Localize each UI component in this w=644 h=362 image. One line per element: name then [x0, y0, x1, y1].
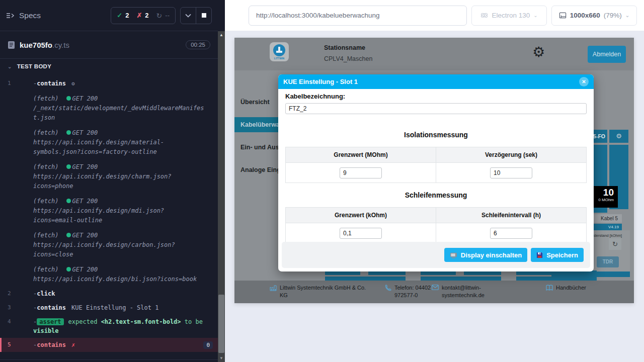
failed-x-icon: ✗ — [71, 341, 75, 348]
specs-menu-button[interactable]: Specs — [6, 11, 41, 20]
loop-interval-input[interactable] — [490, 228, 532, 239]
modal-footer: Display einschalten Speichern — [282, 242, 590, 268]
iso-col1-header: Grenzwert (MOhm) — [286, 147, 436, 163]
spec-file-row[interactable]: kue705fo.cy.ts 00:25 — [0, 31, 218, 59]
refresh-icon[interactable]: ↻ — [609, 238, 621, 250]
card-bottom-fragment — [516, 270, 597, 281]
settings-gear-icon[interactable]: ⚙ — [532, 45, 545, 59]
collapse-all-button[interactable] — [181, 8, 196, 24]
step-content: -contains✗ — [33, 340, 218, 349]
footer-email: kontakt@littwin-systemtechnik.de — [432, 284, 495, 299]
test-step[interactable]: 4-assertexpected <h2.text-sm.font-bold> … — [0, 315, 218, 338]
browser-area: Electron 130 ⌄ 1000x660 (79%) ⌄ LITTWIN — [225, 0, 644, 362]
spec-timer: 00:25 — [186, 40, 210, 49]
success-dot-icon — [66, 199, 71, 203]
logout-button[interactable]: Abmelden — [588, 46, 626, 63]
scrollbar-up-arrow-icon[interactable]: ▲ — [218, 33, 225, 37]
request-status: GET 200 — [72, 95, 98, 102]
specs-label: Specs — [19, 11, 41, 20]
success-dot-icon — [66, 130, 71, 135]
fetch-tag: (fetch) — [33, 198, 59, 205]
chevron-down-icon: ⌄ — [8, 64, 12, 69]
iso-delay-input[interactable] — [490, 167, 532, 178]
loop-limit-input[interactable] — [340, 228, 382, 239]
command-argument: KUE Einstellung - Slot 1 — [71, 304, 158, 311]
request-status: GET 200 — [72, 163, 98, 170]
footer-manuals-text: Handbücher — [556, 284, 586, 293]
step-command-line: -containsKUE Einstellung - Slot 1 — [33, 303, 205, 312]
success-dot-icon — [66, 96, 71, 101]
test-step[interactable]: 3-containsKUE Einstellung - Slot 1 — [0, 301, 218, 315]
pending-icon: ↻ — [156, 12, 163, 20]
close-icon: ✕ — [582, 79, 586, 84]
display-on-button[interactable]: Display einschalten — [444, 248, 527, 262]
test-step[interactable]: 05-contains✗ — [0, 338, 218, 352]
request-url: https://api.iconify.design/mdi.json?icon… — [33, 206, 205, 225]
stop-run-button[interactable] — [196, 8, 211, 24]
step-content: -containsKUE Einstellung - Slot 1 — [33, 303, 218, 312]
display-on-label: Display einschalten — [461, 251, 522, 259]
modal-body: Kabelbezeichnung: Isolationsmessung Gren… — [278, 89, 594, 243]
cypress-reporter-sidebar: Specs ✓2 ✗2 ↻-- kue705fo.cy.ts 00:25 ⌄ T… — [0, 0, 225, 362]
spec-name: kue705fo — [20, 41, 52, 49]
scrollbar-thumb[interactable] — [218, 295, 224, 353]
loop-table: Grenzwert (kOhm) Schleifenintervall (h) — [285, 207, 587, 243]
stat-pending: ↻-- — [156, 12, 170, 20]
save-button[interactable]: Speichern — [531, 248, 584, 262]
step-number: 4 — [0, 317, 33, 335]
stat-passed: ✓2 — [117, 12, 129, 19]
viewport-selector[interactable]: 1000x660 (79%) ⌄ — [551, 6, 637, 26]
tdr-button[interactable]: TDR — [597, 256, 619, 267]
browser-selector[interactable]: Electron 130 ⌄ — [471, 6, 547, 26]
network-log-status: (fetch)GET 200 — [33, 231, 205, 240]
isolation-table: Grenzwert (MOhm) Verzögerung (sek) — [285, 147, 587, 183]
station-value: CPLV4_Maschen — [324, 55, 372, 62]
footer-manuals[interactable]: Handbücher — [546, 284, 586, 293]
passed-count: 2 — [125, 12, 129, 19]
step-number: 3 — [0, 303, 33, 312]
test-step[interactable]: 1-contains⚙(fetch)GET 200/_next/static/d… — [0, 76, 218, 287]
network-log: (fetch)GET 200https://api.iconify.design… — [33, 162, 205, 191]
stat-failed: ✗2 — [136, 12, 148, 19]
iso-limit-input[interactable] — [340, 167, 382, 178]
kabel-name-input[interactable] — [285, 103, 587, 114]
step-number: 2 — [0, 289, 33, 298]
success-dot-icon — [66, 164, 71, 169]
test-body-toggle[interactable]: ⌄ TEST BODY — [0, 59, 225, 74]
specs-list-icon — [6, 12, 15, 19]
command-name: contains — [37, 80, 66, 87]
reporter-header: Specs ✓2 ✗2 ↻-- — [0, 0, 218, 31]
slot-gear-icon[interactable]: ⚙ — [609, 130, 628, 143]
electron-icon — [480, 12, 488, 19]
network-log-status: (fetch)GET 200 — [33, 128, 205, 138]
command-log: 1-contains⚙(fetch)GET 200/_next/static/d… — [0, 74, 218, 352]
assert-message-part: <h2.text-sm.font-bold> — [101, 318, 181, 325]
app-under-test: LITTWIN Stationsname CPLV4_Maschen ⚙ Abm… — [234, 38, 634, 303]
modal-close-button[interactable]: ✕ — [579, 77, 589, 86]
footer-company: Littwin Systemtechnik GmbH & Co. KG — [270, 284, 373, 299]
success-dot-icon — [66, 233, 71, 237]
test-body-label: TEST BODY — [17, 63, 52, 69]
app-header: LITTWIN Stationsname CPLV4_Maschen ⚙ Abm… — [234, 38, 634, 70]
logo-text: LITTWIN — [274, 57, 284, 60]
passed-check-icon: ✓ — [117, 12, 122, 19]
browser-name: Electron 130 — [492, 12, 530, 19]
viewport-zoom: (79%) — [604, 12, 622, 19]
test-stats: ✓2 ✗2 ↻-- — [111, 7, 176, 24]
network-log-status: (fetch)GET 200 — [33, 265, 205, 275]
stop-icon — [202, 13, 206, 18]
chevron-down-icon: ⌄ — [625, 13, 629, 18]
reporter-scrollbar[interactable]: ▲ ▼ — [218, 31, 225, 362]
factory-icon — [270, 284, 277, 299]
iso-col2-header: Verzögerung (sek) — [436, 147, 587, 163]
card-bottom-fragment — [325, 270, 406, 281]
modal-title: KUE Einstellung - Slot 1 — [283, 78, 358, 85]
phone-icon — [385, 284, 391, 299]
scrollbar-down-arrow-icon[interactable]: ▼ — [218, 356, 225, 360]
modal-header: KUE Einstellung - Slot 1 ✕ — [278, 74, 594, 89]
browser-url-bar: Electron 130 ⌄ 1000x660 (79%) ⌄ — [225, 0, 644, 31]
test-step[interactable]: 2-click — [0, 287, 218, 301]
assert-message-part: expected — [68, 318, 101, 325]
footer-email-text: kontakt@littwin-systemtechnik.de — [442, 284, 495, 299]
url-input[interactable] — [249, 6, 467, 26]
